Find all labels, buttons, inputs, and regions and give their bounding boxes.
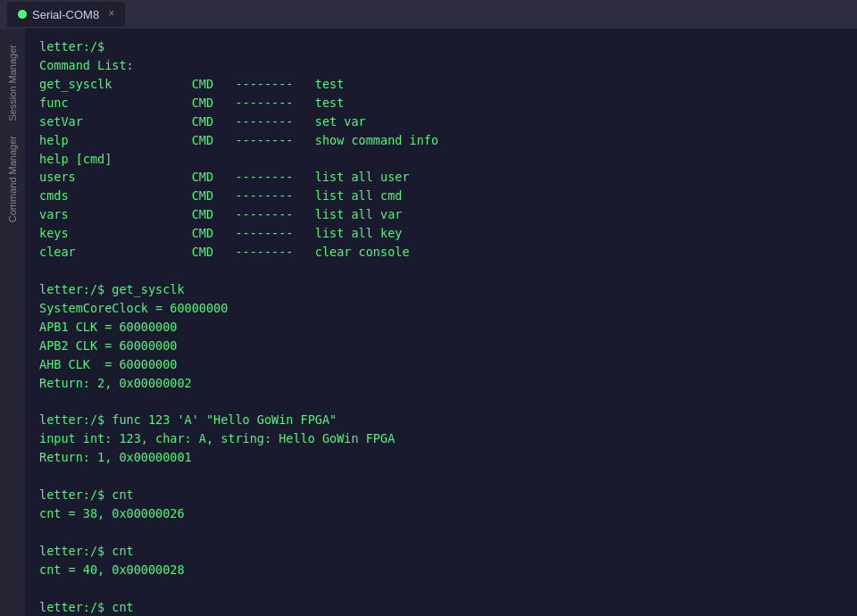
- main-container: Session Manager Command Manager letter:/…: [0, 29, 857, 616]
- sidebar-item-session-manager[interactable]: Session Manager: [4, 37, 21, 129]
- tab-close-button[interactable]: ×: [108, 8, 114, 21]
- tab-status-dot: [18, 10, 27, 19]
- tab-label: Serial-COM8: [32, 8, 99, 21]
- titlebar: Serial-COM8 ×: [0, 0, 857, 29]
- terminal-output[interactable]: letter:/$ Command List: get_sysclk CMD -…: [25, 29, 857, 616]
- sidebar-item-command-manager[interactable]: Command Manager: [4, 129, 21, 229]
- sidebar: Session Manager Command Manager: [0, 29, 25, 616]
- serial-tab[interactable]: Serial-COM8 ×: [7, 2, 125, 27]
- terminal-text: letter:/$ Command List: get_sysclk CMD -…: [39, 37, 843, 616]
